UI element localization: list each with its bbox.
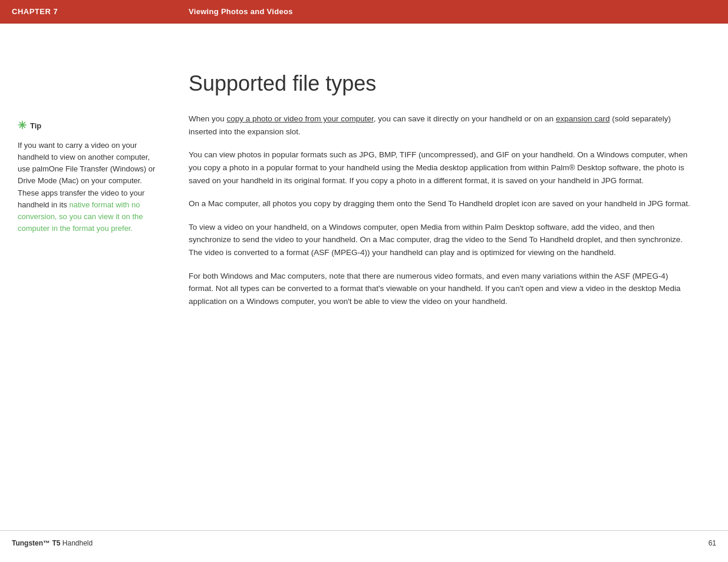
tip-container: ✳ Tip If you want to carry a video on yo… — [18, 118, 159, 234]
footer-brand: Tungsten™ T5 Handheld — [12, 538, 93, 548]
tip-asterisk-icon: ✳ — [18, 118, 27, 134]
sidebar: ✳ Tip If you want to carry a video on yo… — [0, 47, 177, 507]
header-bar: CHAPTER 7 Viewing Photos and Videos — [0, 0, 728, 24]
footer-brand-suffix: Handheld — [60, 539, 93, 547]
tip-header: ✳ Tip — [18, 118, 159, 134]
tip-label: Tip — [30, 120, 41, 132]
article-title: Supported file types — [189, 71, 693, 96]
footer-page-number: 61 — [709, 538, 716, 548]
tip-text: If you want to carry a video on your han… — [18, 140, 159, 234]
article-para-2: You can view photos in popular formats s… — [189, 148, 693, 187]
article-para-4: To view a video on your handheld, on a W… — [189, 221, 693, 259]
main-article: Supported file types When you copy a pho… — [177, 47, 728, 507]
header-chapter: CHAPTER 7 — [12, 6, 189, 18]
header-title: Viewing Photos and Videos — [189, 6, 293, 18]
para1-link2[interactable]: expansion card — [556, 114, 610, 123]
content-wrapper: ✳ Tip If you want to carry a video on yo… — [0, 24, 728, 530]
article-para-1: When you copy a photo or video from your… — [189, 113, 693, 138]
tip-text-part1: If you want to carry a video on your han… — [18, 141, 155, 209]
para1-before-link1: When you — [189, 114, 227, 123]
footer-brand-name: Tungsten™ T5 — [12, 539, 60, 547]
para1-link1[interactable]: copy a photo or video from your computer — [227, 114, 374, 123]
para1-between: , you can save it directly on your handh… — [374, 114, 556, 123]
footer: Tungsten™ T5 Handheld 61 — [0, 530, 728, 556]
article-para-5: For both Windows and Mac computers, note… — [189, 270, 693, 308]
article-para-3: On a Mac computer, all photos you copy b… — [189, 197, 693, 210]
